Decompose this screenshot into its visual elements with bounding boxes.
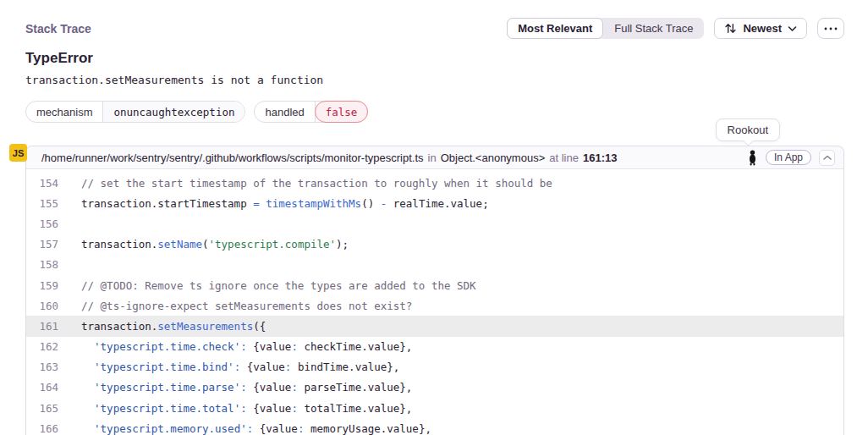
line-number: 162 [26,340,67,353]
line-number: 155 [26,197,67,210]
chevron-down-icon [788,25,797,32]
frame-at-label: at line [549,151,579,164]
line-number: 154 [26,177,67,190]
stack-frame-wrapper: Rookout JS /home/runner/work/sentry/sent… [25,146,844,435]
line-number: 164 [26,381,67,394]
code-line-156: 156 [26,213,843,234]
code-line-160: 160// @ts-ignore-expect setMeasurements … [26,295,843,316]
code-line-165: 165 'typescript.time.total': {value: tot… [26,398,843,418]
code-line-161: 161transaction.setMeasurements({ [26,316,843,336]
code-text: 'typescript.time.bind': {value: bindTime… [67,361,399,373]
js-platform-icon: JS [9,144,27,162]
error-type-title: TypeError [25,50,844,67]
frame-line-col: 161:13 [583,151,617,164]
rookout-icon[interactable] [747,150,758,166]
code-line-155: 155transaction.startTimestamp = timestam… [26,193,843,213]
collapse-frame-button[interactable] [819,150,835,166]
tag-key: handled [255,102,315,122]
toggle-most-relevant[interactable]: Most Relevant [507,18,603,39]
frame-in-label: in [428,151,437,164]
code-line-154: 154// set the start timestamp of the tra… [26,173,843,193]
view-toggle: Most Relevant Full Stack Trace [507,18,704,39]
line-number: 160 [26,300,67,312]
tag-pill-handled: handled false [254,101,368,123]
chevron-up-icon [823,155,832,161]
line-number: 158 [26,258,67,271]
code-line-166: 166 'typescript.memory.used': {value: me… [26,418,843,435]
tag-value[interactable]: onuncaughtexception [103,102,244,122]
code-text: transaction.setName('typescript.compile'… [67,238,349,251]
line-number: 157 [26,238,67,251]
sort-label: Newest [743,22,782,35]
in-app-badge: In App [766,150,811,165]
line-number: 159 [26,279,67,292]
stack-frame: JS /home/runner/work/sentry/sentry/.gith… [25,146,844,435]
code-text: // @ts-ignore-expect setMeasurements doe… [67,300,412,312]
error-message: transaction.setMeasurements is not a fun… [25,74,844,86]
rookout-tooltip: Rookout [716,118,780,141]
line-number: 156 [26,218,67,230]
more-options-button[interactable] [817,18,844,39]
line-number: 166 [26,422,67,435]
code-text: 'typescript.time.total': {value: totalTi… [67,402,412,415]
code-lines: 154// set the start timestamp of the tra… [26,169,843,435]
frame-symbol: Object.<anonymous> [441,151,546,164]
tag-key: mechanism [26,102,103,122]
frame-actions: In App [747,150,835,166]
header-controls: Most Relevant Full Stack Trace Newest [507,18,844,39]
line-number: 165 [26,402,67,415]
code-line-162: 162 'typescript.time.check': {value: che… [26,337,843,357]
tag-value-error[interactable]: false [315,101,369,123]
frame-path: /home/runner/work/sentry/sentry/.github/… [41,151,424,164]
section-title: Stack Trace [25,22,91,36]
code-text: 'typescript.memory.used': {value: memory… [67,422,431,435]
tag-pill-mechanism: mechanism onuncaughtexception [25,101,245,123]
code-line-157: 157transaction.setName('typescript.compi… [26,234,843,255]
code-text: 'typescript.time.parse': {value: parseTi… [67,381,412,394]
sort-button[interactable]: Newest [714,18,807,39]
code-text: transaction.startTimestamp = timestampWi… [67,197,489,210]
code-line-163: 163 'typescript.time.bind': {value: bind… [26,357,843,377]
code-line-164: 164 'typescript.time.parse': {value: par… [26,377,843,398]
ellipsis-icon [824,27,838,30]
code-text: // @TODO: Remove ts ignore once the type… [67,279,476,292]
toggle-full-stack-trace[interactable]: Full Stack Trace [603,18,704,39]
line-number: 161 [26,320,67,333]
line-number: 163 [26,361,67,373]
sort-arrows-icon [724,22,737,35]
code-line-158: 158 [26,255,843,275]
code-line-159: 159// @TODO: Remove ts ignore once the t… [26,275,843,295]
stack-trace-panel: Stack Trace Most Relevant Full Stack Tra… [0,0,868,435]
code-text: 'typescript.time.check': {value: checkTi… [67,340,412,353]
code-text: transaction.setMeasurements({ [67,320,266,333]
frame-header[interactable]: /home/runner/work/sentry/sentry/.github/… [26,146,843,169]
code-text: // set the start timestamp of the transa… [67,177,552,190]
panel-header: Stack Trace Most Relevant Full Stack Tra… [25,0,844,39]
frame-title: /home/runner/work/sentry/sentry/.github/… [41,151,617,164]
